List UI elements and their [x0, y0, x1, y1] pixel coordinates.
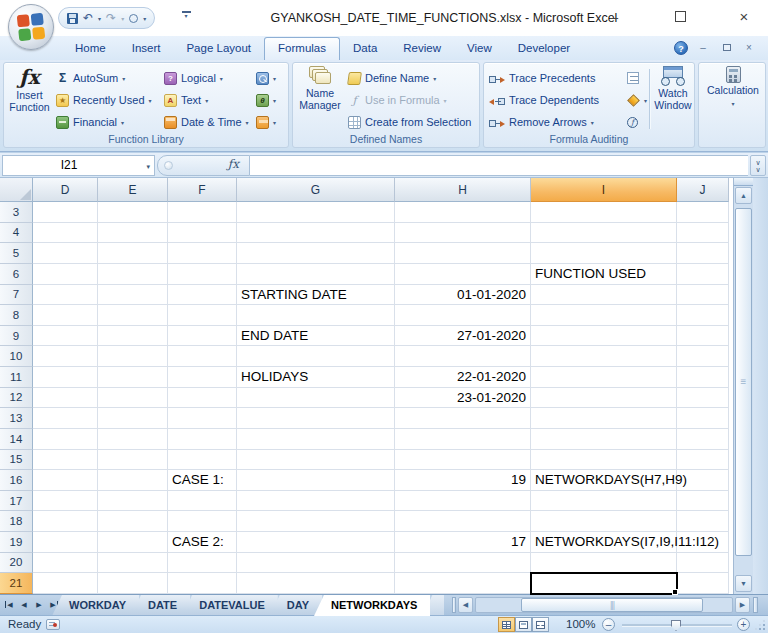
cell-I3[interactable]: [531, 202, 677, 223]
cell-I12[interactable]: [531, 388, 677, 409]
row-header-13[interactable]: 13: [0, 408, 33, 429]
first-sheet-button[interactable]: ◀: [2, 597, 16, 613]
watch-window-button[interactable]: Watch Window: [651, 66, 695, 111]
cell-F15[interactable]: [168, 450, 237, 471]
previous-sheet-button[interactable]: ◀: [17, 597, 31, 613]
cell-E18[interactable]: [98, 511, 168, 532]
workbook-restore-button[interactable]: [720, 42, 734, 55]
recently-used-button[interactable]: ★ Recently Used ▾: [56, 90, 152, 110]
row-header-17[interactable]: 17: [0, 491, 33, 512]
cell-I10[interactable]: [531, 346, 677, 367]
create-from-selection-button[interactable]: Create from Selection: [348, 112, 471, 132]
insert-function-bar-button[interactable]: ƒx: [157, 155, 250, 176]
office-button[interactable]: [8, 4, 54, 50]
cell-G15[interactable]: [237, 450, 395, 471]
cell-D8[interactable]: [33, 305, 98, 326]
row-header-16[interactable]: 16: [0, 470, 33, 491]
cell-I7[interactable]: [531, 285, 677, 306]
define-name-button[interactable]: Define Name ▾: [348, 68, 436, 88]
cell-I8[interactable]: [531, 305, 677, 326]
cell-E21[interactable]: [98, 573, 168, 594]
sheet-tab-workday[interactable]: WORKDAY: [52, 595, 139, 616]
cell-H15[interactable]: [395, 450, 531, 471]
name-box-dropdown-caret[interactable]: ▾: [146, 163, 150, 171]
zoom-out-button[interactable]: –: [602, 618, 615, 631]
workbook-close-button[interactable]: ×: [742, 42, 756, 55]
cell-I14[interactable]: [531, 429, 677, 450]
cell-G19[interactable]: [237, 532, 395, 553]
minimize-button[interactable]: –: [596, 0, 632, 34]
cell-D6[interactable]: [33, 264, 98, 285]
name-manager-button[interactable]: Name Manager: [296, 66, 344, 111]
cell-H10[interactable]: [395, 346, 531, 367]
cell-F21[interactable]: [168, 573, 237, 594]
cell-I19[interactable]: NETWORKDAYS(I7,I9,I11:I12): [531, 532, 677, 553]
cell-G5[interactable]: [237, 243, 395, 264]
cell-E10[interactable]: [98, 346, 168, 367]
ribbon-tab-review[interactable]: Review: [390, 37, 454, 60]
cell-E15[interactable]: [98, 450, 168, 471]
cell-I16[interactable]: NETWORKDAYS(H7,H9): [531, 470, 677, 491]
cell-J3[interactable]: [677, 202, 729, 223]
cell-G16[interactable]: [237, 470, 395, 491]
horizontal-scroll-thumb[interactable]: |||: [521, 598, 703, 612]
cell-I15[interactable]: [531, 450, 677, 471]
cell-D15[interactable]: [33, 450, 98, 471]
vertical-scrollbar[interactable]: ▲ ≡ ▼: [733, 178, 753, 594]
row-header-5[interactable]: 5: [0, 243, 33, 264]
cell-J6[interactable]: [677, 264, 729, 285]
page-layout-view-button[interactable]: [515, 617, 532, 632]
maximize-button[interactable]: [662, 0, 698, 34]
ribbon-tab-insert[interactable]: Insert: [119, 37, 174, 60]
cell-E17[interactable]: [98, 491, 168, 512]
cell-J8[interactable]: [677, 305, 729, 326]
cell-G10[interactable]: [237, 346, 395, 367]
evaluate-formula-button[interactable]: ƒ: [627, 112, 638, 132]
cell-E13[interactable]: [98, 408, 168, 429]
cell-F20[interactable]: [168, 553, 237, 574]
cell-D12[interactable]: [33, 388, 98, 409]
ribbon-tab-home[interactable]: Home: [62, 37, 119, 60]
cell-E16[interactable]: [98, 470, 168, 491]
cell-J15[interactable]: [677, 450, 729, 471]
cell-D21[interactable]: [33, 573, 98, 594]
cell-G17[interactable]: [237, 491, 395, 512]
cell-F6[interactable]: [168, 264, 237, 285]
cell-I13[interactable]: [531, 408, 677, 429]
logical-button[interactable]: ? Logical ▾: [164, 68, 223, 88]
cell-H6[interactable]: [395, 264, 531, 285]
cell-J5[interactable]: [677, 243, 729, 264]
row-header-7[interactable]: 7: [0, 285, 33, 306]
lookup-reference-button[interactable]: ▾: [256, 68, 276, 88]
cell-F18[interactable]: [168, 511, 237, 532]
cell-H5[interactable]: [395, 243, 531, 264]
normal-view-button[interactable]: [498, 617, 515, 632]
ribbon-tab-developer[interactable]: Developer: [505, 37, 583, 60]
cell-F10[interactable]: [168, 346, 237, 367]
close-button[interactable]: ×: [726, 0, 762, 34]
cell-E19[interactable]: [98, 532, 168, 553]
formula-input[interactable]: [250, 155, 748, 176]
calculation-button[interactable]: Calculation ▾: [703, 66, 763, 107]
row-header-20[interactable]: 20: [0, 553, 33, 574]
cell-J20[interactable]: [677, 553, 729, 574]
math-trig-button[interactable]: θ ▾: [256, 90, 276, 110]
column-header-J[interactable]: J: [677, 178, 729, 202]
cell-G21[interactable]: [237, 573, 395, 594]
row-header-4[interactable]: 4: [0, 223, 33, 244]
cell-E9[interactable]: [98, 326, 168, 347]
row-header-9[interactable]: 9: [0, 326, 33, 347]
help-icon[interactable]: ?: [674, 41, 688, 55]
column-header-D[interactable]: D: [33, 178, 98, 202]
cell-J4[interactable]: [677, 223, 729, 244]
cell-E6[interactable]: [98, 264, 168, 285]
cell-G11[interactable]: HOLIDAYS: [237, 367, 395, 388]
column-header-E[interactable]: E: [98, 178, 168, 202]
cell-F9[interactable]: [168, 326, 237, 347]
cell-E3[interactable]: [98, 202, 168, 223]
cell-F4[interactable]: [168, 223, 237, 244]
cell-E14[interactable]: [98, 429, 168, 450]
cell-H18[interactable]: [395, 511, 531, 532]
cell-J7[interactable]: [677, 285, 729, 306]
cell-D17[interactable]: [33, 491, 98, 512]
